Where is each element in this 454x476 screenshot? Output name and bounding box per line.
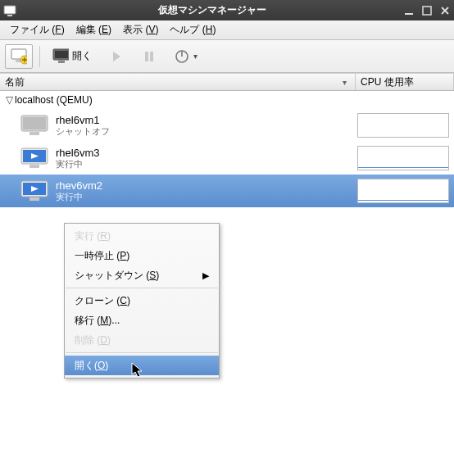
monitor-play-icon [20, 179, 49, 202]
context-pause[interactable]: 一時停止 (P) [65, 246, 219, 265]
menu-help[interactable]: ヘルプ (H) [165, 20, 220, 39]
vm-row[interactable]: rhel6vm3 実行中 [0, 142, 454, 175]
context-open[interactable]: 開く(O) [65, 356, 219, 375]
context-migrate[interactable]: 移行 (M)... [65, 311, 219, 330]
svg-rect-11 [150, 52, 153, 61]
window-titlebar: 仮想マシンマネージャー [0, 0, 454, 20]
cpu-graph [357, 113, 449, 138]
column-name-label: 名前 [5, 75, 25, 89]
svg-rect-3 [423, 7, 431, 15]
context-run: 実行 (R) [65, 226, 219, 246]
vm-status: シャットオフ [56, 126, 110, 137]
context-delete: 削除 (D) [65, 330, 219, 350]
new-vm-button[interactable] [5, 44, 33, 69]
svg-rect-0 [4, 6, 16, 14]
close-button[interactable] [439, 5, 451, 16]
context-shutdown[interactable]: シャットダウン (S)▶ [65, 265, 219, 285]
pause-icon [141, 48, 157, 65]
context-menu: 実行 (R) 一時停止 (P) シャットダウン (S)▶ クローン (C) 移行… [64, 223, 220, 379]
svg-rect-1 [7, 15, 12, 16]
chevron-down-icon: ▾ [193, 52, 197, 61]
open-button[interactable]: 開く [47, 44, 98, 69]
vm-name: rhel6vm3 [56, 147, 99, 160]
pause-button [135, 44, 163, 69]
power-icon [174, 48, 190, 65]
shutdown-button[interactable]: ▾ [168, 44, 203, 69]
host-label: localhost (QEMU) [15, 94, 93, 106]
table-header: 名前 ▾ CPU 使用率 [0, 73, 454, 91]
svg-rect-10 [145, 52, 148, 61]
monitor-off-icon [20, 114, 49, 137]
svg-rect-21 [30, 197, 39, 201]
svg-rect-9 [58, 61, 65, 63]
svg-rect-14 [23, 117, 46, 129]
toolbar-separator [39, 46, 40, 67]
minimize-button[interactable] [403, 5, 415, 16]
context-separator [66, 288, 218, 288]
expander-icon[interactable]: ▽ [3, 94, 15, 106]
vm-status: 実行中 [56, 192, 102, 202]
svg-rect-2 [405, 13, 413, 15]
vm-list: ▽ localhost (QEMU) rhel6vm1 シャットオフ rhel6… [0, 91, 454, 473]
run-button [102, 44, 130, 69]
column-cpu[interactable]: CPU 使用率 [356, 74, 454, 90]
monitor-icon [52, 48, 69, 65]
cpu-graph [357, 146, 449, 170]
vm-row-selected[interactable]: rhev6vm2 実行中 [0, 175, 454, 207]
menu-view[interactable]: 表示 (V) [118, 20, 163, 39]
context-separator [66, 352, 218, 353]
svg-rect-18 [30, 165, 39, 168]
vm-status: 実行中 [56, 159, 99, 170]
sort-arrow-icon: ▾ [343, 78, 350, 87]
play-icon [108, 48, 125, 65]
maximize-button[interactable] [421, 5, 433, 16]
vm-name: rhev6vm2 [56, 179, 102, 193]
window-title: 仮想マシンマネージャー [21, 3, 403, 17]
vm-row[interactable]: rhel6vm1 シャットオフ [0, 109, 454, 142]
menubar: ファイル (F) 編集 (E) 表示 (V) ヘルプ (H) [0, 20, 454, 40]
open-button-label: 開く [72, 49, 92, 63]
monitor-new-icon [11, 48, 27, 65]
menu-edit[interactable]: 編集 (E) [71, 20, 116, 39]
svg-rect-8 [55, 51, 68, 58]
svg-rect-15 [30, 132, 39, 135]
monitor-play-icon [20, 147, 49, 170]
menu-file[interactable]: ファイル (F) [5, 20, 70, 39]
cpu-graph [357, 179, 449, 203]
column-cpu-label: CPU 使用率 [361, 75, 414, 89]
toolbar: 開く ▾ [0, 40, 454, 73]
vm-name: rhel6vm1 [56, 114, 110, 127]
context-clone[interactable]: クローン (C) [65, 291, 219, 311]
host-row[interactable]: ▽ localhost (QEMU) [0, 91, 454, 109]
app-icon [3, 4, 16, 17]
submenu-arrow-icon: ▶ [202, 270, 209, 281]
column-name[interactable]: 名前 ▾ [0, 74, 356, 90]
